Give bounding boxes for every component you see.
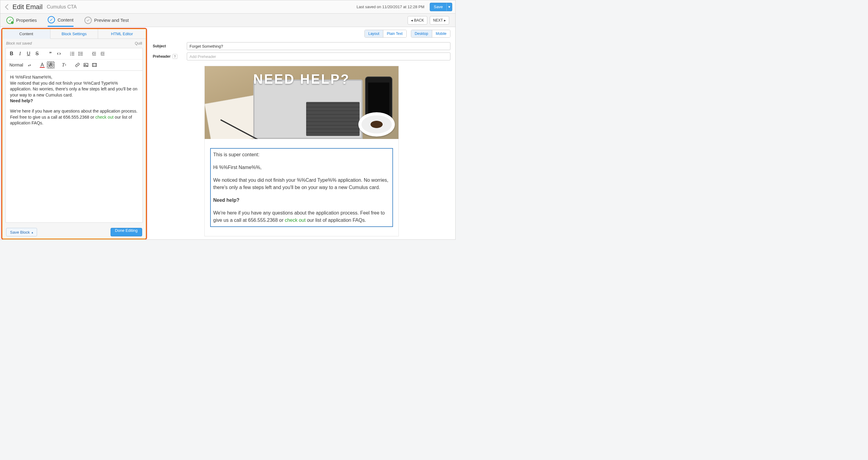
preview-line: Hi %%First Name%%, [213,164,390,171]
preheader-label: Preheader [153,54,171,59]
editor-meta: Block not saved Quill [2,39,146,48]
bold-icon[interactable]: B [8,50,16,57]
code-icon[interactable] [55,50,63,57]
link-icon[interactable] [73,61,82,69]
caret-left-icon: ◂ [411,18,413,23]
clear-format-icon[interactable]: T× [60,61,68,69]
pill-mobile[interactable]: Mobile [432,30,450,37]
hero-headline: NEED HELP? [205,72,399,87]
svg-point-3 [79,52,80,53]
back-button[interactable]: ◂ BACK [408,16,427,25]
strike-icon[interactable]: S [33,50,41,57]
preview-line: Need help? [213,197,390,204]
app-frame: Edit Email Cumulus CTA Last saved on 11/… [0,0,456,240]
editor-line: Need help? [10,98,138,104]
subtab-block-settings[interactable]: Block Settings [51,29,98,38]
help-icon[interactable]: ? [173,54,177,59]
last-saved-label: Last saved on 11/20/2017 at 12:28 PM [356,5,424,9]
done-editing-button[interactable]: Done Editing [111,228,142,236]
underline-icon[interactable]: U [25,50,32,57]
editor-footer: Save Block ▴ Done Editing [2,226,146,238]
save-button[interactable]: Save ▾ [430,3,452,11]
back-chevron-icon[interactable] [3,3,11,11]
step-properties[interactable]: Properties [6,14,37,27]
svg-point-5 [79,55,80,56]
editor-column: Content Block Settings HTML Editor Block… [0,27,148,239]
editor-engine-label: Quill [135,41,142,45]
chevron-down-icon: ▴▾ [28,63,31,67]
editor-line: Hi %%First Name%%, [10,74,138,80]
check-icon [6,17,14,24]
ordered-list-icon[interactable]: 123 [68,50,76,57]
indent-icon[interactable] [99,50,106,57]
page-title: Edit Email [12,3,42,11]
check-icon [85,17,92,24]
save-block-button[interactable]: Save Block ▴ [6,228,37,236]
selected-content-block[interactable]: This is super content: Hi %%First Name%%… [210,148,393,227]
editor-sub-tabs: Content Block Settings HTML Editor [2,29,146,39]
text-color-icon[interactable]: A [38,61,46,69]
editor-line: We're here if you have any questions abo… [10,108,138,126]
video-icon[interactable] [91,61,98,69]
preview-canvas-wrap: NEED HELP? This is super content: Hi %%F… [148,66,455,239]
step-preview[interactable]: Preview and Test [85,14,129,27]
device-toggle: Desktop Mobile [411,30,451,38]
blockquote-icon[interactable]: ” [46,50,54,57]
preview-line: We noticed that you did not finish your … [213,176,390,191]
pill-desktop[interactable]: Desktop [411,30,432,37]
preheader-input[interactable] [187,53,451,60]
subtab-content[interactable]: Content [2,29,51,39]
svg-point-4 [79,54,80,54]
outdent-icon[interactable] [90,50,98,57]
save-dropdown-icon[interactable]: ▾ [446,3,452,11]
email-preview: NEED HELP? This is super content: Hi %%F… [205,66,399,236]
email-name: Cumulus CTA [47,4,76,10]
rich-text-editor[interactable]: Hi %%First Name%%, We noticed that you d… [5,71,143,223]
subtab-html-editor[interactable]: HTML Editor [98,29,146,38]
image-icon[interactable] [82,61,90,69]
subject-label: Subject [153,44,183,48]
preview-line: This is super content: [213,151,390,158]
step-content[interactable]: Content [48,14,73,27]
pill-plaintext[interactable]: Plain Text [383,30,406,37]
preview-column: Layout Plain Text Desktop Mobile Subject… [148,27,455,239]
caret-right-icon: ▸ [444,18,446,23]
editor-line: We noticed that you did not finish your … [10,80,138,98]
highlight-icon[interactable]: A [47,61,55,69]
block-status: Block not saved [6,41,32,45]
preview-line: We're here if you have any questions abo… [213,209,390,224]
pill-layout[interactable]: Layout [365,30,383,37]
svg-rect-8 [92,63,96,67]
layout-toggle: Layout Plain Text [365,30,407,38]
format-select[interactable]: Normal ▴▾ [8,61,33,69]
svg-text:3: 3 [70,55,71,56]
editor-toolbar: B I U S ” 123 [5,48,143,71]
page-header: Edit Email Cumulus CTA Last saved on 11/… [0,0,455,14]
editor-panel: Content Block Settings HTML Editor Block… [2,28,147,239]
checkout-link[interactable]: check out [95,115,114,120]
work-area: Content Block Settings HTML Editor Block… [0,27,455,239]
view-toggle-row: Layout Plain Text Desktop Mobile [148,27,455,40]
checkout-link[interactable]: check out [285,218,306,223]
next-button[interactable]: NEXT ▸ [430,16,449,25]
bullet-list-icon[interactable] [77,50,85,57]
italic-icon[interactable]: I [16,50,24,57]
caret-up-icon: ▴ [32,231,33,234]
header-form: Subject Preheader ? [148,40,455,66]
hero-image: NEED HELP? [205,66,399,139]
pencil-icon [48,16,55,23]
step-tabs: Properties Content Preview and Test ◂ BA… [0,14,455,27]
subject-input[interactable] [187,42,451,50]
